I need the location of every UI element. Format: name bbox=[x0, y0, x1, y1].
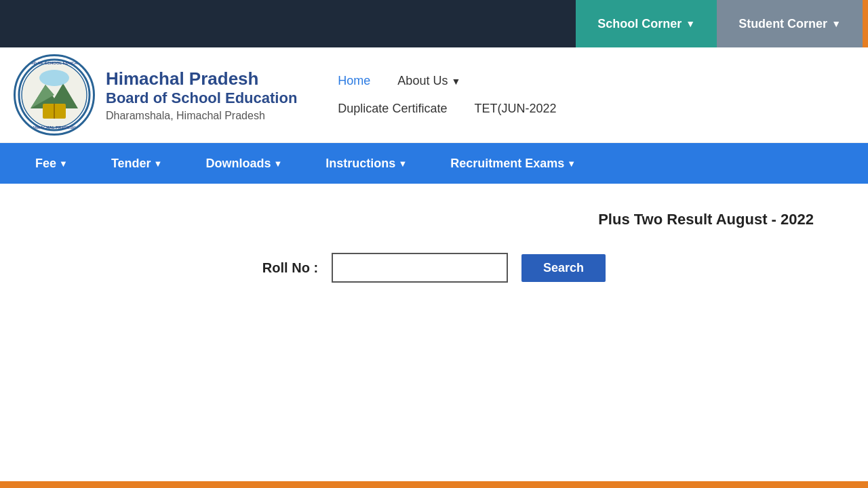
nav-recruitment-chevron: ▼ bbox=[567, 159, 576, 169]
top-bar-right-border bbox=[863, 0, 868, 47]
nav-fee-chevron: ▼ bbox=[59, 159, 68, 169]
logo-area: BOARD OF SCHOOL EDUCATION HIMACHAL PRADE… bbox=[14, 54, 297, 136]
nav-downloads-chevron: ▼ bbox=[273, 159, 282, 169]
logo-svg: BOARD OF SCHOOL EDUCATION HIMACHAL PRADE… bbox=[17, 58, 92, 132]
org-sub-title: Board of School Education bbox=[106, 89, 297, 107]
nav-tender-label: Tender bbox=[111, 157, 151, 171]
svg-text:BOARD OF SCHOOL EDUCATION: BOARD OF SCHOOL EDUCATION bbox=[22, 61, 87, 65]
nav-fee-label: Fee bbox=[35, 157, 56, 171]
top-bar: School Corner ▼ Student Corner ▼ bbox=[0, 0, 868, 47]
nav-about-link[interactable]: About Us ▼ bbox=[397, 74, 460, 88]
nav-downloads-label: Downloads bbox=[205, 157, 271, 171]
school-corner-chevron: ▼ bbox=[686, 18, 695, 29]
student-corner-button[interactable]: Student Corner ▼ bbox=[717, 0, 863, 47]
nav-about-label: About Us bbox=[397, 74, 448, 87]
result-title: Plus Two Result August - 2022 bbox=[14, 211, 814, 228]
nav-about-chevron: ▼ bbox=[451, 76, 460, 87]
nav-instructions[interactable]: Instructions ▼ bbox=[304, 143, 429, 184]
nav-recruitment-label: Recruitment Exams bbox=[450, 157, 564, 171]
nav-tender[interactable]: Tender ▼ bbox=[90, 143, 184, 184]
header: BOARD OF SCHOOL EDUCATION HIMACHAL PRADE… bbox=[0, 47, 868, 143]
nav-bar: Fee ▼ Tender ▼ Downloads ▼ Instructions … bbox=[0, 143, 868, 184]
nav-tet-link[interactable]: TET(JUN-2022 bbox=[474, 102, 556, 116]
org-location: Dharamshala, Himachal Pradesh bbox=[106, 110, 297, 122]
nav-recruitment[interactable]: Recruitment Exams ▼ bbox=[429, 143, 597, 184]
school-corner-button[interactable]: School Corner ▼ bbox=[576, 0, 717, 47]
nav-home-link[interactable]: Home bbox=[338, 74, 370, 88]
svg-text:HIMACHAL PRADESH: HIMACHAL PRADESH bbox=[33, 125, 76, 129]
svg-point-4 bbox=[39, 70, 69, 86]
org-main-title: Himachal Pradesh bbox=[106, 68, 297, 89]
header-nav-links: Home About Us ▼ Duplicate Certificate TE… bbox=[297, 74, 854, 116]
school-corner-label: School Corner bbox=[597, 17, 682, 31]
search-button[interactable]: Search bbox=[521, 254, 606, 282]
nav-tender-chevron: ▼ bbox=[154, 159, 163, 169]
roll-form: Roll No : Search bbox=[14, 253, 854, 283]
nav-duplicate-link[interactable]: Duplicate Certificate bbox=[338, 102, 447, 116]
student-corner-label: Student Corner bbox=[738, 17, 827, 31]
nav-downloads[interactable]: Downloads ▼ bbox=[184, 143, 304, 184]
org-title: Himachal Pradesh Board of School Educati… bbox=[106, 68, 297, 122]
logo-circle: BOARD OF SCHOOL EDUCATION HIMACHAL PRADE… bbox=[14, 54, 95, 136]
roll-input[interactable] bbox=[332, 253, 508, 283]
roll-label: Roll No : bbox=[262, 260, 318, 276]
nav-fee[interactable]: Fee ▼ bbox=[14, 143, 90, 184]
student-corner-chevron: ▼ bbox=[831, 18, 841, 29]
nav-instructions-chevron: ▼ bbox=[398, 159, 407, 169]
main-content: Plus Two Result August - 2022 Roll No : … bbox=[0, 184, 868, 401]
nav-instructions-label: Instructions bbox=[326, 157, 395, 171]
